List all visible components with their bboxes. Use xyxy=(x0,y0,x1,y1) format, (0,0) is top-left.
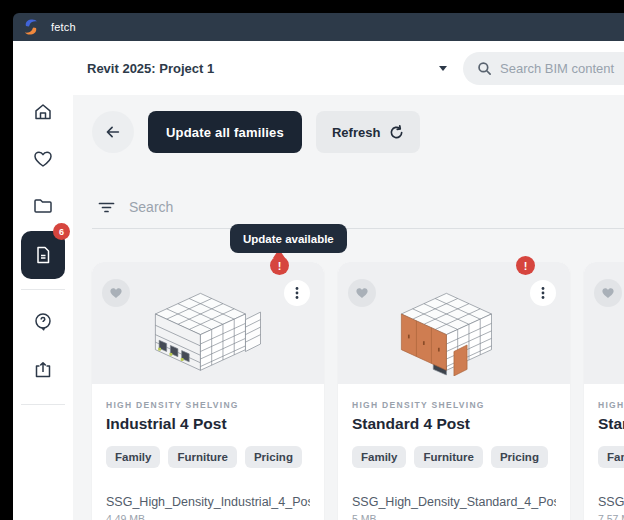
shelving-3d-preview xyxy=(146,282,268,376)
family-card[interactable]: HIGH DENSITY SHELVING Standard 4 Post Fa… xyxy=(584,262,624,520)
refresh-button[interactable]: Refresh xyxy=(316,111,420,153)
card-media: ! xyxy=(92,262,324,384)
card-category: HIGH DENSITY SHELVING xyxy=(598,400,624,410)
refresh-button-label: Refresh xyxy=(332,125,380,140)
tag-chip: Furniture xyxy=(168,446,236,468)
filter-search-row xyxy=(92,194,624,220)
filter-funnel-icon[interactable] xyxy=(98,199,115,216)
heart-icon xyxy=(109,286,123,300)
favorite-button[interactable] xyxy=(102,279,130,307)
arrow-left-icon xyxy=(104,123,122,141)
search-icon xyxy=(477,61,492,76)
tag-chip: Pricing xyxy=(245,446,302,468)
file-size: 4.49 MB xyxy=(106,513,310,520)
tag-row: Family xyxy=(598,446,624,468)
tag-row: Family Furniture Pricing xyxy=(106,446,310,468)
file-name: SSG_High_Density_Standard… xyxy=(598,495,624,509)
filter-search-input[interactable] xyxy=(129,199,429,215)
heart-icon xyxy=(355,286,369,300)
card-category: HIGH DENSITY SHELVING xyxy=(106,400,310,410)
favorites-heart-icon[interactable] xyxy=(33,149,53,169)
refresh-icon xyxy=(389,125,404,140)
project-selector[interactable]: Revit 2025: Project 1 xyxy=(87,41,447,95)
card-media: ! xyxy=(338,262,570,384)
bim-search-box[interactable] xyxy=(463,52,624,85)
card-menu-button[interactable] xyxy=(530,280,556,306)
brand-name: fetch xyxy=(51,21,76,33)
family-card[interactable]: ! HIGH DENSITY SHELVING Industrial 4 Pos… xyxy=(92,262,324,520)
shelving-3d-preview xyxy=(392,282,514,376)
update-badge: ! xyxy=(516,256,535,275)
title-bar: fetch xyxy=(13,13,624,41)
tag-chip: Family xyxy=(352,446,406,468)
bim-search-input[interactable] xyxy=(500,61,624,76)
home-icon[interactable] xyxy=(33,102,53,122)
update-badge: ! xyxy=(270,256,289,275)
file-name: SSG_High_Density_Industrial_4_Post… xyxy=(106,495,310,509)
card-body: HIGH DENSITY SHELVING Standard 4 Post Fa… xyxy=(338,384,570,520)
documents-count-badge: 6 xyxy=(53,223,70,240)
card-media xyxy=(584,262,624,384)
file-size: 5 MB xyxy=(352,513,556,520)
document-icon xyxy=(33,245,53,265)
favorite-button[interactable] xyxy=(348,279,376,307)
heart-icon xyxy=(601,286,615,300)
card-grid: ! HIGH DENSITY SHELVING Industrial 4 Pos… xyxy=(92,262,624,520)
sidebar-divider xyxy=(21,289,65,290)
kebab-menu-icon xyxy=(290,286,304,300)
tag-chip: Pricing xyxy=(491,446,548,468)
tag-chip: Furniture xyxy=(414,446,482,468)
update-available-tooltip: Update available xyxy=(230,224,347,253)
card-body: HIGH DENSITY SHELVING Standard 4 Post Fa… xyxy=(584,384,624,520)
sidebar: 6 xyxy=(13,41,73,520)
card-category: HIGH DENSITY SHELVING xyxy=(352,400,556,410)
tag-row: Family Furniture Pricing xyxy=(352,446,556,468)
project-selector-value: Revit 2025: Project 1 xyxy=(87,61,214,76)
help-icon[interactable] xyxy=(33,312,53,332)
card-body: HIGH DENSITY SHELVING Industrial 4 Post … xyxy=(92,384,324,520)
app-window: fetch 6 xyxy=(13,13,624,520)
back-button[interactable] xyxy=(92,111,134,153)
tooltip-text: Update available xyxy=(243,233,334,245)
header: Revit 2025: Project 1 xyxy=(73,41,624,95)
toolbar: Update all families Refresh xyxy=(92,111,420,153)
sidebar-divider xyxy=(21,404,65,405)
card-title: Industrial 4 Post xyxy=(106,415,310,433)
tag-chip: Family xyxy=(106,446,160,468)
sidebar-item-documents-active[interactable]: 6 xyxy=(21,231,65,279)
kebab-menu-icon xyxy=(536,286,550,300)
card-title: Standard 4 Post xyxy=(352,415,556,433)
divider xyxy=(92,228,624,229)
family-card[interactable]: ! HIGH DENSITY SHELVING Standard 4 Post … xyxy=(338,262,570,520)
file-size: 7.57 MB xyxy=(598,513,624,520)
card-menu-button[interactable] xyxy=(284,280,310,306)
favorite-button[interactable] xyxy=(594,279,622,307)
file-name: SSG_High_Density_Standard_4_Post_… xyxy=(352,495,556,509)
folder-icon[interactable] xyxy=(33,196,53,216)
open-external-icon[interactable] xyxy=(33,360,53,380)
card-title: Standard 4 Post xyxy=(598,415,624,433)
chevron-down-icon xyxy=(439,66,447,71)
fetch-logo-icon xyxy=(23,18,39,36)
update-all-families-button[interactable]: Update all families xyxy=(148,111,302,153)
main-content: Update all families Refresh Update avail… xyxy=(73,95,624,520)
tag-chip: Family xyxy=(598,446,624,468)
